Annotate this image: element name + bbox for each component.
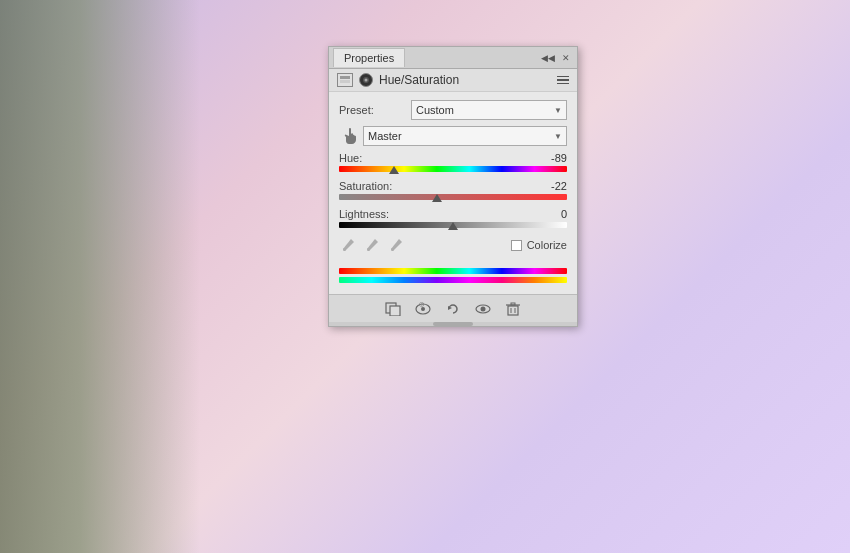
colorize-checkbox[interactable] [511,240,522,251]
lightness-label: Lightness: [339,208,389,220]
hand-tool-icon[interactable] [339,126,363,146]
close-button[interactable]: ✕ [559,51,573,65]
hue-track [339,166,567,172]
saturation-track [339,194,567,200]
lightness-slider[interactable] [339,222,567,228]
channel-dropdown-arrow: ▼ [554,132,562,141]
channel-dropdown[interactable]: Master ▼ [363,126,567,146]
svg-point-16 [481,306,486,311]
svg-point-5 [367,248,370,251]
hue-reference-bar-top [339,268,567,274]
svg-point-4 [343,248,346,251]
rainbow-bars [339,268,567,283]
layer-icon [337,73,353,87]
saturation-header: Saturation: -22 [339,180,567,192]
panel-footer: ◎ [329,294,577,322]
adjustment-icon [359,73,373,87]
preset-dropdown-arrow: ▼ [554,106,562,115]
lightness-header: Lightness: 0 [339,208,567,220]
hue-slider[interactable] [339,166,567,172]
properties-panel: Properties ◀◀ ✕ Hue/Saturation [328,46,578,327]
menu-icon[interactable] [557,76,569,85]
hue-section: Hue: -89 [339,152,567,172]
hue-header: Hue: -89 [339,152,567,164]
eyedropper-tools: + - [339,236,405,254]
clip-button[interactable] [384,300,402,318]
hue-label: Hue: [339,152,362,164]
panel-title: Hue/Saturation [379,73,459,87]
collapse-button[interactable]: ◀◀ [541,51,555,65]
channel-row: Master ▼ [339,126,567,146]
colorize-label: Colorize [527,239,567,251]
reset-button[interactable] [444,300,462,318]
subtract-eyedropper-icon[interactable]: - [387,236,405,254]
delete-button[interactable] [504,300,522,318]
lightness-thumb[interactable] [448,220,458,230]
svg-text:+: + [373,239,376,245]
preset-row: Preset: Custom ▼ [339,100,567,120]
title-bar-buttons: ◀◀ ✕ [541,51,573,65]
preset-label: Preset: [339,104,411,116]
hue-reference-bar-bottom [339,277,567,283]
hue-thumb[interactable] [389,164,399,174]
lightness-section: Lightness: 0 [339,208,567,228]
svg-rect-10 [390,306,400,316]
colorize-row: Colorize [511,239,567,251]
sample-eyedropper-icon[interactable] [339,236,357,254]
svg-rect-17 [508,306,518,315]
panel-header: Hue/Saturation [329,69,577,92]
svg-rect-1 [340,80,350,83]
lightness-value: 0 [537,208,567,220]
visibility-toggle-button[interactable] [474,300,492,318]
title-bar: Properties ◀◀ ✕ [329,47,577,69]
saturation-thumb[interactable] [432,192,442,202]
svg-text:◎: ◎ [419,302,424,307]
saturation-label: Saturation: [339,180,392,192]
hue-value: -89 [537,152,567,164]
scroll-indicator[interactable] [433,322,473,326]
tower-bg [0,0,200,553]
svg-point-12 [421,307,425,311]
saturation-value: -22 [537,180,567,192]
svg-point-3 [365,79,368,82]
svg-point-7 [391,248,394,251]
svg-rect-19 [511,303,515,305]
view-previous-icon[interactable]: ◎ [414,300,432,318]
saturation-section: Saturation: -22 [339,180,567,200]
svg-rect-0 [340,76,350,79]
properties-tab[interactable]: Properties [333,48,405,67]
saturation-slider[interactable] [339,194,567,200]
preset-dropdown[interactable]: Custom ▼ [411,100,567,120]
add-eyedropper-icon[interactable]: + [363,236,381,254]
panel-content: Preset: Custom ▼ Master ▼ Hue: -8 [329,92,577,294]
